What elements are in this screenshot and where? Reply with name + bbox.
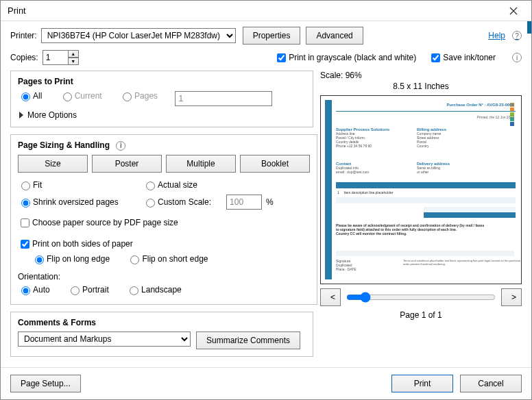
close-button[interactable] [500, 1, 527, 21]
pages-current-radio[interactable]: Current [60, 90, 102, 101]
advanced-button[interactable]: Advanced [306, 27, 363, 45]
grayscale-checkbox[interactable]: Print in grayscale (black and white) [274, 51, 416, 64]
orient-landscape-radio[interactable]: Landscape [126, 284, 182, 295]
properties-button[interactable]: Properties [243, 27, 301, 45]
shrink-radio[interactable]: Shrink oversized pages [18, 197, 128, 208]
more-options-toggle[interactable]: More Options [18, 110, 306, 120]
flip-long-radio[interactable]: Flip on long edge [32, 253, 110, 264]
comments-title: Comments & Forms [18, 318, 306, 327]
multiple-mode-button[interactable]: Multiple [166, 155, 236, 173]
dimensions-label: 8.5 x 11 Inches [320, 82, 522, 91]
preview-prev-button[interactable]: < [320, 288, 341, 306]
help-link[interactable]: Help ? [488, 31, 522, 40]
copies-input[interactable] [43, 50, 69, 65]
print-preview: Purchase Order N° : AVG8-23-0000 Printed… [320, 95, 522, 284]
actual-size-radio[interactable]: Actual size [143, 179, 197, 190]
both-sides-checkbox[interactable]: Print on both sides of paper [18, 238, 133, 251]
printer-select[interactable]: NPI36B7E4 (HP Color LaserJet MFP M283fdw… [41, 28, 236, 43]
page-setup-button[interactable]: Page Setup... [10, 375, 81, 392]
info-icon[interactable]: i [512, 53, 522, 62]
close-icon [509, 7, 518, 15]
comments-select[interactable]: Document and Markups [18, 332, 191, 347]
window-title: Print [8, 5, 500, 16]
print-button[interactable]: Print [391, 375, 453, 392]
pages-range-input[interactable] [175, 91, 272, 106]
summarize-comments-button[interactable]: Summarize Comments [196, 332, 300, 349]
page-indicator: Page 1 of 1 [320, 310, 522, 320]
percent-label: % [266, 197, 274, 207]
orientation-label: Orientation: [18, 272, 310, 282]
background-stub [527, 21, 531, 34]
pages-range-radio[interactable]: Pages [119, 90, 158, 101]
booklet-mode-button[interactable]: Booklet [240, 155, 310, 173]
fit-radio[interactable]: Fit [18, 179, 128, 190]
pages-all-radio[interactable]: All [18, 90, 42, 101]
sizing-group: Page Sizing & Handling i Size Poster Mul… [10, 134, 317, 305]
poster-mode-button[interactable]: Poster [92, 155, 162, 173]
comments-group: Comments & Forms Document and Markups Su… [10, 312, 313, 357]
size-mode-button[interactable]: Size [18, 155, 88, 173]
sizing-title: Page Sizing & Handling i [18, 140, 310, 151]
preview-po-title: Purchase Order N° : AVG8-23-0000 [447, 103, 514, 107]
info-icon[interactable]: i [116, 141, 125, 151]
flip-short-radio[interactable]: Flip on short edge [127, 253, 208, 264]
triangle-right-icon [19, 112, 23, 118]
copies-label: Copies: [10, 53, 38, 62]
cancel-button[interactable]: Cancel [460, 375, 522, 392]
copies-spin-down[interactable]: ▼ [68, 58, 79, 65]
preview-page-slider[interactable] [346, 292, 496, 303]
pages-title: Pages to Print [18, 77, 306, 86]
orient-portrait-radio[interactable]: Portrait [67, 284, 109, 295]
custom-scale-input[interactable] [226, 195, 262, 210]
choose-source-checkbox[interactable]: Choose paper source by PDF page size [18, 216, 178, 229]
printer-label: Printer: [10, 31, 37, 40]
preview-next-button[interactable]: > [501, 288, 522, 306]
pages-to-print-group: Pages to Print All Current Pages More Op… [10, 71, 313, 127]
help-icon: ? [512, 31, 522, 40]
custom-scale-radio[interactable]: Custom Scale: [143, 197, 211, 208]
copies-spin-up[interactable]: ▲ [68, 50, 79, 58]
orient-auto-radio[interactable]: Auto [18, 284, 50, 295]
scale-label: Scale: 96% [320, 71, 522, 80]
save-ink-checkbox[interactable]: Save ink/toner [428, 51, 496, 64]
